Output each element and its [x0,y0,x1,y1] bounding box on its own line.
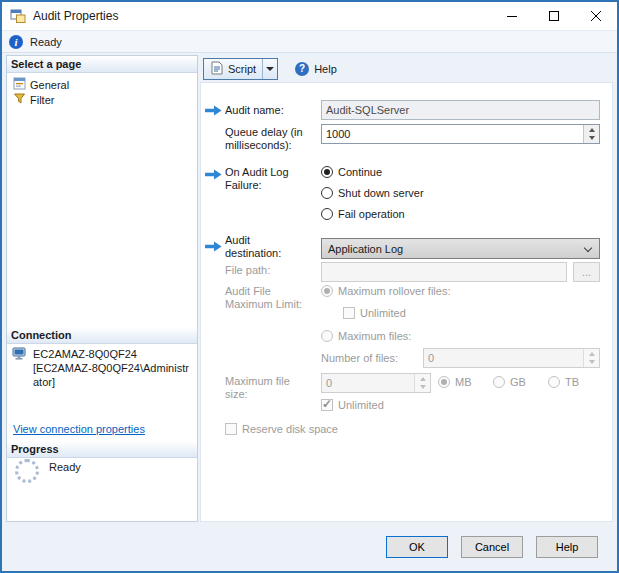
audit-destination-select[interactable]: Application Log [321,238,600,259]
checkbox-box [225,423,237,435]
sidebar: Select a page General Filter Connection [6,55,198,522]
number-of-files-spinner [583,349,599,367]
radio-dot [321,330,333,342]
script-button-label: Script [228,63,256,75]
toolbar-help-button[interactable]: Help [290,58,342,80]
radio-dot [493,376,505,388]
audit-properties-icon [10,8,26,24]
spinner-down-button [584,358,599,367]
file-path-label: File path: [225,264,315,277]
audit-destination-label: Audit destination: [225,234,295,260]
audit-name-label: Audit name: [225,104,315,117]
connection-info: EC2AMAZ-8Q0QF24 [EC2AMAZ-8Q0QF24\Adminis… [12,347,193,389]
status-text: Ready [30,36,62,48]
sidebar-item-label: General [30,79,69,91]
spinner-down-button [415,383,430,392]
connection-header: Connection [7,327,197,344]
form-panel: Audit name: Audit-SQLServer Queue delay … [200,82,613,522]
checkbox-unlimited-rollover: Unlimited [343,307,406,319]
script-button[interactable]: Script [204,59,262,79]
radio-fail-operation[interactable]: Fail operation [321,208,405,220]
cancel-button[interactable]: Cancel [461,536,523,558]
spinner-up-button [415,374,430,383]
radio-dot [321,285,333,297]
select-a-page-header: Select a page [7,56,197,73]
pointer-arrow-icon [205,169,222,180]
view-connection-properties-link[interactable]: View connection properties [13,423,145,435]
script-split-button: Script [203,58,278,80]
info-icon [9,35,23,49]
pointer-arrow-icon [205,241,222,252]
maximum-file-size-spinner [414,374,430,392]
chevron-down-icon [266,67,274,75]
chevron-down-icon [584,244,592,252]
on-audit-log-failure-label: On Audit Log Failure: [225,166,305,192]
connection-account: [EC2AMAZ-8Q0QF24\Administrator] [33,361,193,389]
number-of-files-input: 0 [423,348,600,368]
audit-name-input: Audit-SQLServer [321,100,600,120]
queue-delay-input[interactable]: 1000 [321,124,600,144]
filter-icon [13,92,26,107]
close-button[interactable] [575,2,617,30]
radio-dot [438,376,450,388]
statusbar: Ready [2,30,617,53]
server-icon [12,347,28,366]
help-button[interactable]: Help [536,536,598,558]
sidebar-item-filter[interactable]: Filter [13,92,54,107]
toolbar: Script Help [200,55,613,82]
audit-file-maximum-limit-label: Audit File Maximum Limit: [225,285,305,311]
progress-status: Ready [49,461,81,473]
maximize-button[interactable] [533,2,575,30]
checkbox-box [321,399,333,411]
footer: OK Cancel Help [2,522,617,571]
queue-delay-spinner [583,125,599,143]
spinner-down-button[interactable] [584,134,599,143]
queue-delay-label: Queue delay (in milliseconds): [225,126,313,152]
sidebar-item-label: Filter [30,94,54,106]
file-path-input [321,262,567,282]
spinner-up-button [584,349,599,358]
radio-maximum-files: Maximum files: [321,330,411,342]
minimize-button[interactable] [491,2,533,30]
radio-continue[interactable]: Continue [321,166,382,178]
sidebar-item-general[interactable]: General [13,77,69,92]
window-title: Audit Properties [33,9,491,23]
titlebar: Audit Properties [2,2,617,30]
progress-header: Progress [7,441,197,458]
browse-button: ... [573,262,600,282]
radio-maximum-rollover-files: Maximum rollover files: [321,285,450,297]
pointer-arrow-icon [205,105,222,116]
radio-dot [321,166,333,178]
maximum-file-size-label: Maximum file size: [225,375,305,401]
progress-block: Ready [15,459,81,483]
radio-tb: TB [548,376,579,388]
number-of-files-label: Number of files: [321,352,421,365]
script-dropdown-button[interactable] [262,59,277,79]
ok-button[interactable]: OK [386,536,448,558]
radio-shut-down-server[interactable]: Shut down server [321,187,424,199]
checkbox-box [343,307,355,319]
checkbox-reserve-disk-space: Reserve disk space [225,423,338,435]
audit-properties-window: Audit Properties Ready Select a page [0,0,619,573]
progress-spinner-icon [15,459,39,483]
help-icon [295,62,309,76]
maximum-file-size-input: 0 [321,373,431,393]
radio-gb: GB [493,376,526,388]
checkbox-unlimited-size: Unlimited [321,399,384,411]
radio-dot [321,187,333,199]
connection-server: EC2AMAZ-8Q0QF24 [33,347,193,361]
help-button-label: Help [314,63,337,75]
radio-dot [548,376,560,388]
script-icon [210,61,224,77]
spinner-up-button[interactable] [584,125,599,134]
radio-dot [321,208,333,220]
general-page-icon [13,77,26,92]
radio-mb: MB [438,376,472,388]
